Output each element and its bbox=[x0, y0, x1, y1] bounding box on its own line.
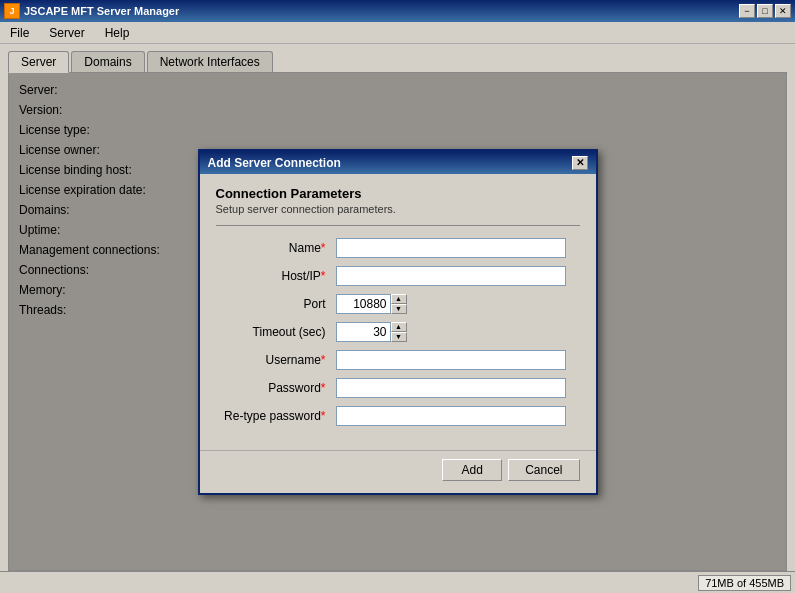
port-spinner-buttons: ▲ ▼ bbox=[391, 294, 407, 314]
dialog-footer: Add Cancel bbox=[200, 450, 596, 493]
app-icon: J bbox=[4, 3, 20, 19]
port-decrement-button[interactable]: ▼ bbox=[391, 304, 407, 314]
memory-status: 71MB of 455MB bbox=[698, 575, 791, 591]
password-input[interactable] bbox=[336, 378, 566, 398]
tab-network-interfaces[interactable]: Network Interfaces bbox=[147, 51, 273, 73]
timeout-increment-button[interactable]: ▲ bbox=[391, 322, 407, 332]
title-bar-buttons: − □ ✕ bbox=[739, 4, 791, 18]
username-input[interactable] bbox=[336, 350, 566, 370]
modal-overlay: Add Server Connection ✕ Connection Param… bbox=[9, 73, 786, 570]
app-window: J JSCAPE MFT Server Manager − □ ✕ File S… bbox=[0, 0, 795, 593]
close-window-button[interactable]: ✕ bbox=[775, 4, 791, 18]
form-label-name: Name* bbox=[216, 241, 336, 255]
menu-server[interactable]: Server bbox=[43, 24, 90, 42]
window-title: JSCAPE MFT Server Manager bbox=[24, 5, 179, 17]
menu-file[interactable]: File bbox=[4, 24, 35, 42]
dialog-title: Add Server Connection bbox=[208, 156, 341, 170]
dialog-section-title: Connection Parameters bbox=[216, 186, 580, 201]
form-row-retype-password: Re-type password* bbox=[216, 406, 580, 426]
required-indicator-username: * bbox=[321, 353, 326, 367]
cancel-button[interactable]: Cancel bbox=[508, 459, 579, 481]
required-indicator-retype: * bbox=[321, 409, 326, 423]
name-input[interactable] bbox=[336, 238, 566, 258]
dialog-section-sub: Setup server connection parameters. bbox=[216, 203, 580, 215]
dialog-divider bbox=[216, 225, 580, 226]
timeout-decrement-button[interactable]: ▼ bbox=[391, 332, 407, 342]
retype-password-input[interactable] bbox=[336, 406, 566, 426]
form-row-timeout: Timeout (sec) ▲ ▼ bbox=[216, 322, 580, 342]
form-row-password: Password* bbox=[216, 378, 580, 398]
tab-content: Server: Version: License type: License o… bbox=[8, 72, 787, 571]
title-bar-left: J JSCAPE MFT Server Manager bbox=[4, 3, 179, 19]
form-row-name: Name* bbox=[216, 238, 580, 258]
title-bar: J JSCAPE MFT Server Manager − □ ✕ bbox=[0, 0, 795, 22]
required-indicator-password: * bbox=[321, 381, 326, 395]
form-label-timeout: Timeout (sec) bbox=[216, 325, 336, 339]
form-label-port: Port bbox=[216, 297, 336, 311]
status-bar: 71MB of 455MB bbox=[0, 571, 795, 593]
port-increment-button[interactable]: ▲ bbox=[391, 294, 407, 304]
form-label-hostip: Host/IP* bbox=[216, 269, 336, 283]
port-spinner: ▲ ▼ bbox=[336, 294, 407, 314]
timeout-input[interactable] bbox=[336, 322, 391, 342]
hostip-input[interactable] bbox=[336, 266, 566, 286]
form-row-port: Port ▲ ▼ bbox=[216, 294, 580, 314]
form-label-retype-password: Re-type password* bbox=[216, 409, 336, 423]
dialog-title-bar: Add Server Connection ✕ bbox=[200, 152, 596, 174]
tab-bar: Server Domains Network Interfaces bbox=[0, 44, 795, 72]
required-indicator: * bbox=[321, 241, 326, 255]
add-server-dialog: Add Server Connection ✕ Connection Param… bbox=[198, 149, 598, 495]
dialog-body: Connection Parameters Setup server conne… bbox=[200, 174, 596, 446]
timeout-spinner: ▲ ▼ bbox=[336, 322, 407, 342]
menu-bar: File Server Help bbox=[0, 22, 795, 44]
minimize-button[interactable]: − bbox=[739, 4, 755, 18]
menu-help[interactable]: Help bbox=[99, 24, 136, 42]
form-label-password: Password* bbox=[216, 381, 336, 395]
tab-domains[interactable]: Domains bbox=[71, 51, 144, 73]
timeout-spinner-buttons: ▲ ▼ bbox=[391, 322, 407, 342]
form-row-hostip: Host/IP* bbox=[216, 266, 580, 286]
tab-server[interactable]: Server bbox=[8, 51, 69, 73]
form-label-username: Username* bbox=[216, 353, 336, 367]
form-row-username: Username* bbox=[216, 350, 580, 370]
dialog-close-button[interactable]: ✕ bbox=[572, 156, 588, 170]
add-button[interactable]: Add bbox=[442, 459, 502, 481]
required-indicator-hostip: * bbox=[321, 269, 326, 283]
maximize-button[interactable]: □ bbox=[757, 4, 773, 18]
port-input[interactable] bbox=[336, 294, 391, 314]
